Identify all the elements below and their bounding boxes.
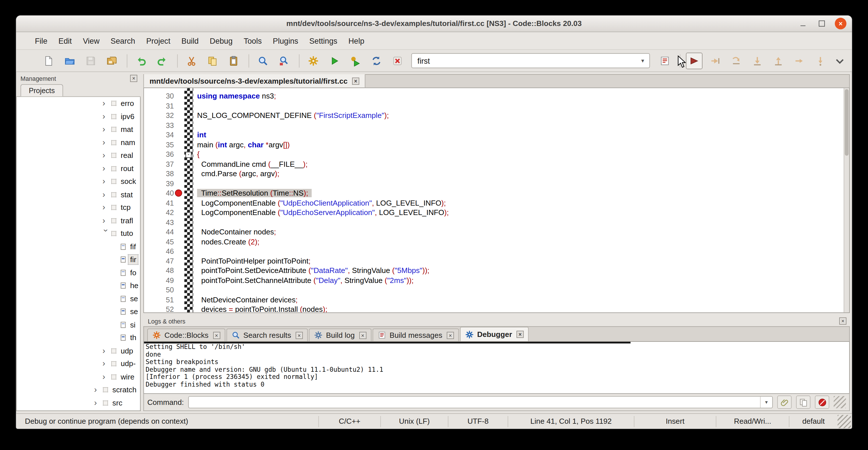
tree-item-nam[interactable]: ›nam [17,136,140,149]
code-line-50[interactable]: 50 [144,285,849,295]
menu-view[interactable]: View [77,34,105,48]
rebuild-button[interactable] [368,52,385,69]
tree-item-scratch[interactable]: ›scratch [17,384,140,397]
menu-project[interactable]: Project [141,34,176,48]
code-line-35[interactable]: 35main (int argc, char *argv[]) [144,140,849,150]
code-line-49[interactable]: 49 pointToPoint.SetChannelAttribute ("De… [144,275,849,285]
tab-close-icon[interactable]: × [359,331,366,339]
expand-icon[interactable]: › [102,359,110,367]
attach-button[interactable] [777,395,792,409]
code-line-45[interactable]: 45 nodes.Create (2); [144,237,849,246]
code-line-32[interactable]: 32NS_LOG_COMPONENT_DEFINE ("FirstScriptE… [144,111,849,120]
tree-item-trafl[interactable]: ›trafl [17,214,140,227]
incremental-search-combo[interactable]: first ▼ [411,53,650,68]
code-line-37[interactable]: 37 CommandLine cmd (__FILE__); [144,159,849,169]
tab-close-icon[interactable]: × [352,78,359,85]
editor-tab[interactable]: mnt/dev/tools/source/ns-3-dev/examples/t… [144,74,365,88]
window-resize-grip[interactable] [837,415,851,428]
log-tab-code-blocks[interactable]: Code::Blocks× [147,328,225,341]
cut-button[interactable] [183,52,200,69]
code-line-51[interactable]: 51 NetDeviceContainer devices; [144,295,849,305]
expand-icon[interactable]: › [102,112,110,120]
tree-item-fir[interactable]: fir [17,253,140,266]
code-line-39[interactable]: 39 [144,179,849,188]
expand-icon[interactable]: › [102,125,110,133]
tab-close-icon[interactable]: × [517,331,524,338]
titlebar[interactable]: mnt/dev/tools/source/ns-3-dev/examples/t… [16,16,852,32]
tree-item-he[interactable]: he [17,279,140,292]
menu-tools[interactable]: Tools [238,34,267,48]
tab-close-icon[interactable]: × [296,331,303,339]
code-line-47[interactable]: 47 PointToPointHelper pointToPoint; [144,256,849,266]
expand-icon[interactable]: › [102,177,110,185]
next-instruction-button[interactable] [791,52,807,69]
tree-item-wire[interactable]: ›wire [17,370,140,384]
maximize-button[interactable] [816,18,828,29]
logs-close-icon[interactable]: × [839,318,846,325]
tree-item-tcp[interactable]: ›tcp [17,201,140,214]
expand-icon[interactable]: › [102,151,110,159]
scrollbar-thumb[interactable] [845,89,849,156]
build-button[interactable] [305,52,321,69]
search-options-button[interactable] [657,52,673,69]
expand-icon[interactable]: › [102,216,110,224]
save-all-button[interactable] [103,52,120,69]
editor-scrollbar[interactable] [844,88,849,312]
code-line-43[interactable]: 43 [144,217,849,227]
menu-settings[interactable]: Settings [304,34,343,48]
menu-plugins[interactable]: Plugins [267,34,304,48]
tab-close-icon[interactable]: × [447,331,454,339]
code-line-40[interactable]: 40 Time::SetResolution (Time::NS); [144,188,849,198]
expand-icon[interactable]: › [102,372,110,380]
panel-splitter[interactable] [141,72,144,413]
code-line-31[interactable]: 31 [144,101,849,111]
find-replace-button[interactable] [276,52,292,69]
redo-button[interactable] [154,52,170,69]
tree-item-tuto[interactable]: ›tuto [17,227,140,240]
code-editor[interactable]: 30using namespace ns3;3132NS_LOG_COMPONE… [144,88,850,313]
log-tab-build-log[interactable]: Build log× [309,328,371,341]
tree-item-si[interactable]: si [17,318,140,331]
tab-close-icon[interactable]: × [213,331,220,339]
run-to-cursor-button[interactable] [707,52,724,69]
debug-continue-button[interactable] [686,52,703,69]
open-folder-button[interactable] [61,52,78,69]
tree-item-erro[interactable]: ›erro [17,97,140,110]
menu-build[interactable]: Build [176,34,204,48]
tree-item-th[interactable]: th [17,331,140,344]
new-file-button[interactable] [40,52,57,69]
code-line-44[interactable]: 44 NodeContainer nodes; [144,227,849,237]
code-line-38[interactable]: 38 cmd.Parse (argc, argv); [144,169,849,179]
tab-projects[interactable]: Projects [21,84,63,96]
next-line-button[interactable] [728,52,744,69]
chevron-down-icon[interactable]: ▼ [760,397,772,408]
menu-help[interactable]: Help [343,34,370,48]
expand-icon[interactable]: › [102,138,110,146]
tree-item-se[interactable]: se [17,305,140,318]
expand-icon[interactable]: › [102,346,110,354]
code-line-48[interactable]: 48 pointToPoint.SetDeviceAttribute ("Dat… [144,266,849,275]
code-line-46[interactable]: 46 [144,246,849,256]
code-line-42[interactable]: 42 LogComponentEnable ("UdpEchoServerApp… [144,208,849,217]
step-into-button[interactable] [749,52,766,69]
tree-item-rout[interactable]: ›rout [17,162,140,175]
collapse-icon[interactable]: › [102,229,111,237]
copy-button[interactable] [204,52,221,69]
undo-button[interactable] [133,52,150,69]
tree-item-sock[interactable]: ›sock [17,175,140,188]
breakpoint-icon[interactable] [175,189,182,197]
expand-icon[interactable]: › [94,398,102,406]
tree-item-mat[interactable]: ›mat [17,123,140,136]
menu-file[interactable]: File [29,34,53,48]
expand-icon[interactable]: › [102,203,110,211]
menu-search[interactable]: Search [105,34,141,48]
code-line-30[interactable]: 30using namespace ns3; [144,91,849,101]
tree-item-src[interactable]: ›src [17,396,140,410]
tree-item-udp-[interactable]: ›udp- [17,357,140,370]
log-tab-build-messages[interactable]: Build messages× [372,328,459,341]
minimize-button[interactable] [797,18,809,29]
save-button[interactable] [83,52,99,69]
expand-icon[interactable]: › [102,164,110,172]
find-button[interactable] [254,52,271,69]
close-button[interactable]: × [835,18,846,29]
